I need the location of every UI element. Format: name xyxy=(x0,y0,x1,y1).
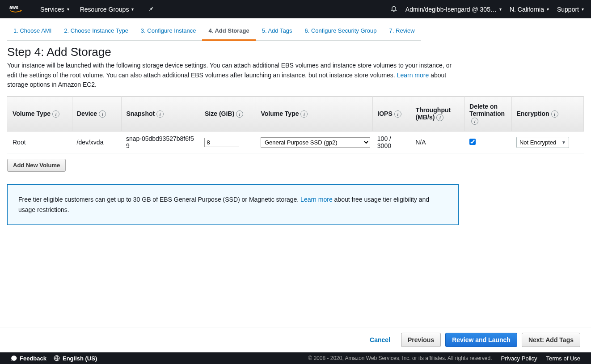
free-tier-info-box: Free tier eligible customers can get up … xyxy=(7,184,459,225)
wizard-tab-review[interactable]: 7. Review xyxy=(383,25,421,41)
region-label: N. California xyxy=(510,6,544,13)
cancel-button[interactable]: Cancel xyxy=(363,333,397,347)
table-row: Root /dev/xvda snap-05dbd93527b8f6f59 Ge… xyxy=(7,131,584,153)
top-navigation: aws Services ▾ Resource Groups ▾ Admin/d… xyxy=(0,0,591,18)
chevron-down-icon: ▾ xyxy=(67,7,69,12)
storage-table: Volume Typei Devicei Snapshoti Size (GiB… xyxy=(7,96,584,153)
encryption-select[interactable]: Not Encrypted xyxy=(516,137,569,148)
notifications-icon[interactable] xyxy=(390,5,397,13)
col-throughput: Throughput (MB/s)i xyxy=(411,97,464,131)
account-label: Admin/degibb-Isengard @ 305… xyxy=(405,6,497,13)
info-icon[interactable]: i xyxy=(471,118,478,125)
learn-more-link[interactable]: Learn more xyxy=(300,196,333,203)
wizard-tab-choose-ami[interactable]: 1. Choose AMI xyxy=(7,25,58,41)
info-icon[interactable]: i xyxy=(551,110,558,118)
region-menu[interactable]: N. California ▾ xyxy=(510,6,549,13)
main-content: Step 4: Add Storage Your instance will b… xyxy=(0,41,591,225)
chevron-down-icon: ▾ xyxy=(131,7,134,12)
terms-of-use-link[interactable]: Terms of Use xyxy=(546,355,580,362)
chevron-down-icon: ▾ xyxy=(499,7,502,12)
tab-label: 5. Add Tags xyxy=(262,27,292,34)
privacy-policy-link[interactable]: Privacy Policy xyxy=(501,355,537,362)
header-label: Volume Type xyxy=(13,110,51,117)
services-label: Services xyxy=(40,6,64,13)
col-volume-type: Volume Typei xyxy=(7,97,72,131)
support-menu[interactable]: Support ▾ xyxy=(557,6,584,13)
feedback-label: Feedback xyxy=(20,355,46,362)
wizard-tab-add-storage[interactable]: 4. Add Storage xyxy=(202,25,255,41)
header-label: Throughput (MB/s) xyxy=(416,106,451,121)
review-and-launch-button[interactable]: Review and Launch xyxy=(445,333,517,347)
header-label: Size (GiB) xyxy=(205,110,234,117)
language-selector[interactable]: English (US) xyxy=(54,355,97,362)
wizard-tab-configure-instance[interactable]: 3. Configure Instance xyxy=(135,25,203,41)
page-description: Your instance will be launched with the … xyxy=(7,61,463,90)
learn-more-link[interactable]: Learn more xyxy=(397,72,429,79)
page-title: Step 4: Add Storage xyxy=(7,45,584,59)
header-label: Volume Type xyxy=(261,110,299,117)
header-label: Snapshot xyxy=(126,110,155,117)
wizard-tabs: 1. Choose AMI 2. Choose Instance Type 3.… xyxy=(0,18,591,41)
previous-button[interactable]: Previous xyxy=(401,333,441,347)
header-label: Delete on Termination xyxy=(469,103,505,117)
cell-iops: 100 / 3000 xyxy=(373,131,411,153)
info-text: Free tier eligible customers can get up … xyxy=(18,196,300,203)
col-snapshot: Snapshoti xyxy=(122,97,200,131)
copyright-text: © 2008 - 2020, Amazon Web Services, Inc.… xyxy=(308,355,492,361)
cell-volume-type-select: General Purpose SSD (gp2) xyxy=(256,131,373,153)
size-input[interactable] xyxy=(204,138,239,147)
aws-logo[interactable]: aws xyxy=(7,4,30,15)
next-add-tags-button[interactable]: Next: Add Tags xyxy=(522,333,580,347)
chevron-down-icon: ▾ xyxy=(582,7,584,12)
tab-label: 2. Choose Instance Type xyxy=(64,27,128,34)
support-label: Support xyxy=(557,6,579,13)
tab-label: 3. Configure Instance xyxy=(141,27,196,34)
header-label: Device xyxy=(77,110,97,117)
services-menu[interactable]: Services ▾ xyxy=(40,6,69,13)
cell-size xyxy=(200,131,256,153)
tab-label: 4. Add Storage xyxy=(208,27,249,34)
svg-text:aws: aws xyxy=(9,4,18,9)
add-new-volume-button[interactable]: Add New Volume xyxy=(7,159,66,172)
feedback-link[interactable]: Feedback xyxy=(11,355,46,362)
header-label: Encryption xyxy=(516,110,549,117)
chevron-down-icon: ▾ xyxy=(547,7,549,12)
volume-type-select[interactable]: General Purpose SSD (gp2) xyxy=(261,137,370,148)
delete-on-termination-checkbox[interactable] xyxy=(469,139,476,145)
wizard-tab-choose-instance-type[interactable]: 2. Choose Instance Type xyxy=(58,25,135,41)
nav-right: Admin/degibb-Isengard @ 305… ▾ N. Califo… xyxy=(390,5,584,13)
info-icon[interactable]: i xyxy=(99,110,106,118)
col-size: Size (GiB)i xyxy=(200,97,256,131)
footer-right: © 2008 - 2020, Amazon Web Services, Inc.… xyxy=(308,355,580,362)
wizard-tab-configure-security-group[interactable]: 6. Configure Security Group xyxy=(298,25,383,41)
col-iops: IOPSi xyxy=(373,97,411,131)
footer-left: Feedback English (US) xyxy=(11,355,97,362)
col-delete-on-termination: Delete on Terminationi xyxy=(465,97,512,131)
resource-groups-menu[interactable]: Resource Groups ▾ xyxy=(80,6,134,13)
cell-volume-type: Root xyxy=(7,131,72,153)
cell-throughput: N/A xyxy=(411,131,464,153)
info-icon[interactable]: i xyxy=(436,114,443,121)
info-icon[interactable]: i xyxy=(394,110,401,118)
account-menu[interactable]: Admin/degibb-Isengard @ 305… ▾ xyxy=(405,6,502,13)
tab-label: 1. Choose AMI xyxy=(13,27,51,34)
col-device: Devicei xyxy=(72,97,122,131)
tab-label: 7. Review xyxy=(389,27,415,34)
info-icon[interactable]: i xyxy=(300,110,308,118)
cell-encryption: Not Encrypted xyxy=(512,131,584,153)
tab-label: 6. Configure Security Group xyxy=(304,27,376,34)
info-icon[interactable]: i xyxy=(156,110,164,118)
cell-delete-on-termination xyxy=(465,131,512,153)
resource-groups-label: Resource Groups xyxy=(80,6,129,13)
pin-icon[interactable] xyxy=(148,5,154,13)
info-icon[interactable]: i xyxy=(236,110,243,118)
bottom-actions: Cancel Previous Review and Launch Next: … xyxy=(0,327,591,347)
header-label: IOPS xyxy=(377,110,392,117)
col-encryption: Encryptioni xyxy=(512,97,584,131)
footer: Feedback English (US) © 2008 - 2020, Ama… xyxy=(0,352,591,364)
nav-left: Services ▾ Resource Groups ▾ xyxy=(40,5,154,13)
info-icon[interactable]: i xyxy=(52,110,59,118)
desc-text: Your instance will be launched with the … xyxy=(7,62,452,79)
wizard-tab-add-tags[interactable]: 5. Add Tags xyxy=(256,25,299,41)
cell-device: /dev/xvda xyxy=(72,131,122,153)
